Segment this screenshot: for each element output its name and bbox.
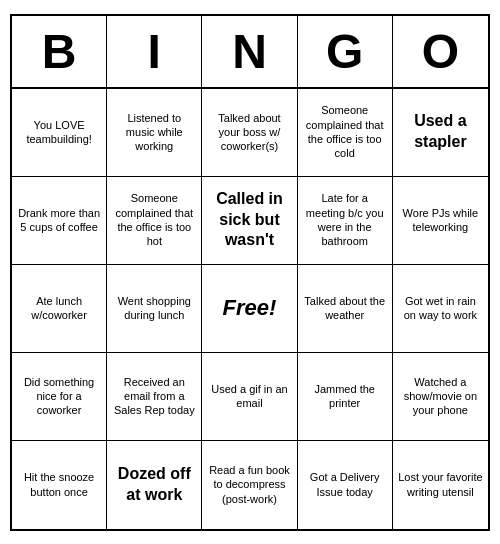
bingo-card: BINGO You LOVE teambuilding!Listened to … — [10, 14, 490, 531]
bingo-cell-19[interactable]: Watched a show/movie on your phone — [393, 353, 488, 441]
bingo-cell-23[interactable]: Got a Delivery Issue today — [298, 441, 393, 529]
bingo-letter-b: B — [12, 16, 107, 87]
bingo-cell-13[interactable]: Talked about the weather — [298, 265, 393, 353]
bingo-cell-1[interactable]: Listened to music while working — [107, 89, 202, 177]
bingo-cell-15[interactable]: Did something nice for a coworker — [12, 353, 107, 441]
bingo-cell-16[interactable]: Received an email from a Sales Rep today — [107, 353, 202, 441]
bingo-letter-i: I — [107, 16, 202, 87]
bingo-cell-22[interactable]: Read a fun book to decompress (post-work… — [202, 441, 297, 529]
bingo-header: BINGO — [12, 16, 488, 89]
bingo-cell-0[interactable]: You LOVE teambuilding! — [12, 89, 107, 177]
bingo-cell-20[interactable]: Hit the snooze button once — [12, 441, 107, 529]
bingo-cell-8[interactable]: Late for a meeting b/c you were in the b… — [298, 177, 393, 265]
bingo-cell-12[interactable]: Free! — [202, 265, 297, 353]
bingo-letter-o: O — [393, 16, 488, 87]
bingo-cell-4[interactable]: Used a stapler — [393, 89, 488, 177]
bingo-cell-7[interactable]: Called in sick but wasn't — [202, 177, 297, 265]
bingo-cell-17[interactable]: Used a gif in an email — [202, 353, 297, 441]
bingo-cell-5[interactable]: Drank more than 5 cups of coffee — [12, 177, 107, 265]
bingo-cell-14[interactable]: Got wet in rain on way to work — [393, 265, 488, 353]
bingo-letter-g: G — [298, 16, 393, 87]
bingo-cell-3[interactable]: Someone complained that the office is to… — [298, 89, 393, 177]
bingo-cell-18[interactable]: Jammed the printer — [298, 353, 393, 441]
bingo-cell-11[interactable]: Went shopping during lunch — [107, 265, 202, 353]
bingo-grid: You LOVE teambuilding!Listened to music … — [12, 89, 488, 529]
bingo-cell-10[interactable]: Ate lunch w/coworker — [12, 265, 107, 353]
bingo-cell-9[interactable]: Wore PJs while teleworking — [393, 177, 488, 265]
bingo-cell-24[interactable]: Lost your favorite writing utensil — [393, 441, 488, 529]
bingo-cell-6[interactable]: Someone complained that the office is to… — [107, 177, 202, 265]
bingo-cell-2[interactable]: Talked about your boss w/ coworker(s) — [202, 89, 297, 177]
bingo-letter-n: N — [202, 16, 297, 87]
bingo-cell-21[interactable]: Dozed off at work — [107, 441, 202, 529]
